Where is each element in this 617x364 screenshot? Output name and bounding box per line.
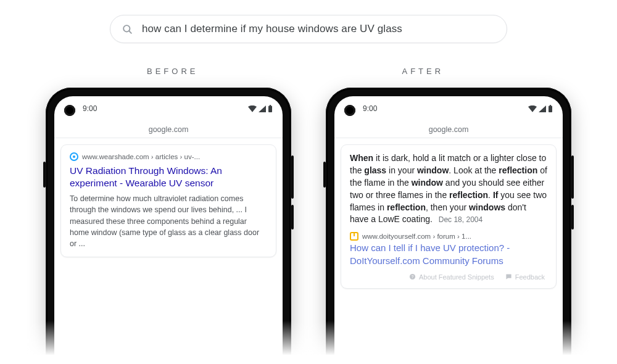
svg-rect-5 [550,105,551,106]
about-featured-snippets-link[interactable]: ? About Featured Snippets [409,273,494,281]
label-after: AFTER [402,67,444,76]
result-breadcrumb: www.wearshade.com › articles › uv-... [70,152,267,161]
featured-snippet-card[interactable]: When it is dark, hold a lit match or a l… [341,144,557,289]
comparison-figure: how can I determine if my house windows … [0,0,617,364]
battery-icon [548,105,553,112]
address-bar[interactable]: google.com [54,121,283,138]
camera-hole [64,105,75,116]
svg-rect-3 [270,105,271,106]
breadcrumb-text: www.doityourself.com › forum › 1... [362,233,471,240]
wifi-icon [528,105,537,112]
label-before: BEFORE [147,67,198,76]
status-bar: 9:00 [54,96,283,121]
breadcrumb-text: www.wearshade.com › articles › uv-... [82,153,200,160]
svg-rect-4 [549,106,552,113]
phone-after: 9:00 [326,88,571,364]
result-title-link[interactable]: How can I tell if I have UV protection? … [350,242,547,267]
phone-before: 9:00 [46,88,291,364]
section-labels: BEFORE AFTER [0,67,617,76]
status-bar: 9:00 [334,96,563,121]
status-time: 9:00 [363,104,377,113]
snippet-date: Dec 18, 2004 [439,215,482,224]
svg-line-1 [129,31,131,33]
svg-text:?: ? [412,275,414,279]
feedback-label: Feedback [515,273,545,281]
search-bar[interactable]: how can I determine if my house windows … [110,15,507,43]
battery-icon [268,105,273,112]
result-breadcrumb: www.doityourself.com › forum › 1... [350,232,547,241]
favicon-icon [350,232,358,241]
snippet-footer: ? About Featured Snippets Feedback [350,267,547,281]
camera-hole [344,105,355,116]
result-title-link[interactable]: UV Radiation Through Windows: An experim… [70,165,267,189]
result-snippet: To determine how much ultraviolet radiat… [70,193,267,249]
feedback-icon [505,273,512,280]
about-label: About Featured Snippets [419,273,494,281]
url-text: google.com [149,125,189,134]
favicon-icon [70,152,78,161]
status-time: 9:00 [83,104,97,113]
svg-rect-2 [268,106,272,113]
feedback-link[interactable]: Feedback [505,273,545,281]
wifi-icon [248,105,257,112]
cell-signal-icon [539,105,546,112]
search-result-card[interactable]: www.wearshade.com › articles › uv-... UV… [60,144,276,257]
help-icon: ? [409,273,416,280]
featured-snippet-text: When it is dark, hold a lit match or a l… [350,152,547,226]
cell-signal-icon [259,105,266,112]
search-icon [122,23,133,35]
address-bar[interactable]: google.com [334,121,563,138]
url-text: google.com [429,125,469,134]
search-query-text: how can I determine if my house windows … [142,23,402,35]
